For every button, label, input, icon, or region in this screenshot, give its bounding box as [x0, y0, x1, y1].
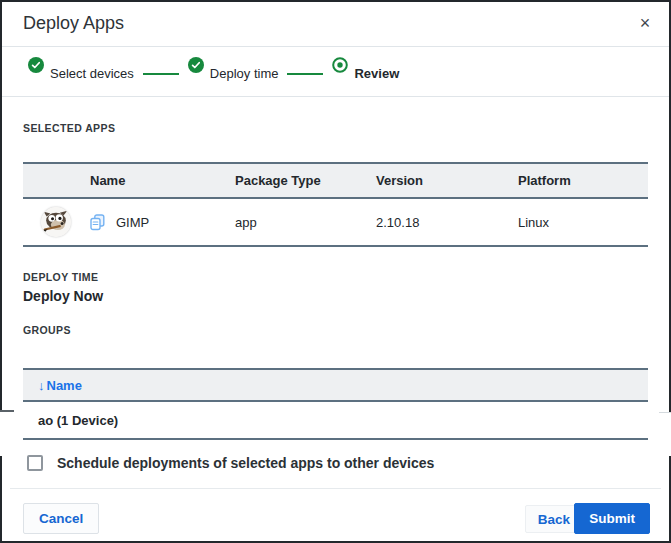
groups-column-name: Name	[47, 378, 82, 393]
step-review[interactable]: Review	[332, 57, 399, 81]
column-header-name: Name	[80, 173, 235, 188]
step-label: Select devices	[50, 66, 134, 81]
deploy-time-value: Deploy Now	[23, 288, 103, 304]
column-header-version: Version	[376, 173, 518, 188]
step-label: Review	[354, 66, 399, 81]
step-deploy-time[interactable]: Deploy time	[188, 57, 279, 81]
copy-icon	[90, 214, 105, 231]
step-select-devices[interactable]: Select devices	[28, 57, 134, 81]
groups-table-header: ↓ Name	[23, 368, 648, 402]
selected-apps-table-header: Name Package Type Version Platform	[23, 162, 648, 199]
app-name-cell: GIMP	[80, 214, 235, 231]
submit-button[interactable]: Submit	[574, 503, 650, 534]
border-remnant-left	[0, 410, 14, 412]
cancel-button[interactable]: Cancel	[23, 503, 99, 534]
modal-header: Deploy Apps ×	[0, 0, 671, 47]
deploy-time-section-label: DEPLOY TIME	[23, 271, 98, 283]
step-label: Deploy time	[210, 66, 279, 81]
schedule-checkbox-label[interactable]: Schedule deployments of selected apps to…	[57, 455, 434, 471]
wizard-stepper: Select devices Deploy time Review	[0, 47, 671, 97]
sort-descending-icon: ↓	[38, 378, 45, 393]
sort-by-name-header[interactable]: ↓ Name	[38, 378, 82, 393]
footer-divider	[10, 488, 661, 489]
border-remnant-right	[659, 412, 671, 413]
deploy-apps-modal: Deploy Apps × Select devices Deploy time…	[0, 0, 671, 543]
groups-section-label: GROUPS	[23, 324, 71, 336]
column-header-package-type: Package Type	[235, 173, 376, 188]
app-icon-cell	[23, 207, 80, 237]
gimp-app-avatar	[41, 207, 71, 237]
check-circle-icon	[188, 57, 204, 73]
group-row: ao (1 Device)	[23, 402, 648, 440]
version-cell: 2.10.18	[376, 215, 518, 230]
app-name: GIMP	[116, 215, 149, 230]
selected-apps-section-label: SELECTED APPS	[23, 122, 115, 134]
schedule-checkbox[interactable]	[27, 455, 43, 471]
platform-cell: Linux	[518, 215, 648, 230]
package-type-cell: app	[235, 215, 376, 230]
schedule-option-row: Schedule deployments of selected apps to…	[27, 455, 434, 471]
stepper-connector	[143, 73, 179, 75]
table-row: GIMP app 2.10.18 Linux	[23, 199, 648, 247]
close-icon[interactable]: ×	[633, 11, 657, 35]
border-overlay-left	[0, 412, 3, 456]
column-header-platform: Platform	[518, 173, 648, 188]
stepper-connector	[287, 73, 323, 75]
page-title: Deploy Apps	[23, 0, 124, 46]
group-name: ao (1 Device)	[38, 413, 118, 428]
radio-current-icon	[332, 57, 348, 73]
check-circle-icon	[28, 57, 44, 73]
